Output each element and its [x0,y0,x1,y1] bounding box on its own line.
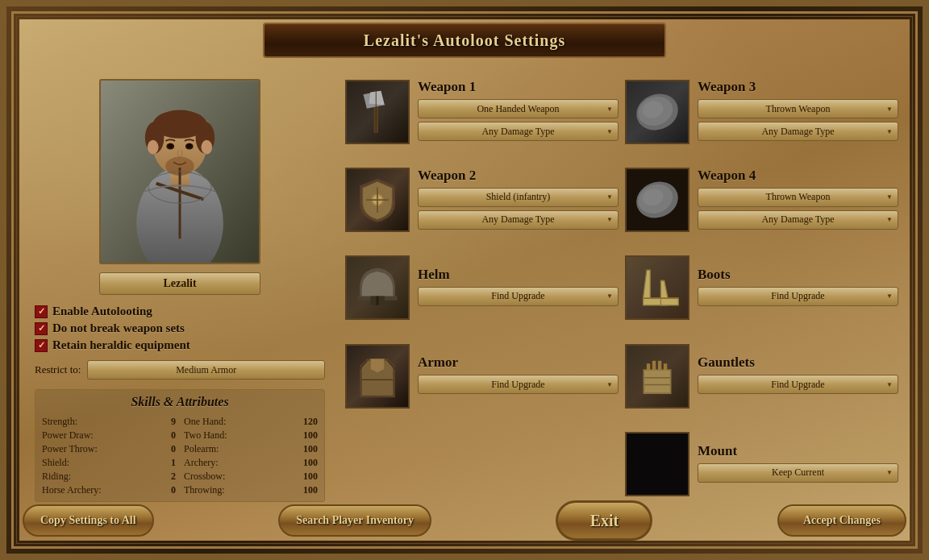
skill-row: Power Throw:0 [42,443,176,455]
equip-type-dropdown-weapon1[interactable]: One Handed Weapon [418,99,619,118]
equip-type-value-gauntlets: Find Upgrade [771,379,824,391]
accept-label: Accept Changes [803,514,881,527]
equip-image-weapon1 [345,80,410,144]
search-label: Search Player Inventory [296,514,414,527]
equip-title-mount: Mount [698,443,898,459]
skill-name: Power Draw: [42,429,94,442]
skill-value: 0 [152,484,176,496]
restrict-label: Restrict to: [35,363,81,376]
equip-type-dropdown-helm[interactable]: Find Upgrade [418,287,619,306]
skill-value: 100 [294,484,318,496]
equip-type-value-helm: Find Upgrade [491,290,544,302]
equip-slot-armor: ArmorFind Upgrade [345,335,619,417]
skill-row: Crossbow:100 [184,471,318,483]
equip-type-dropdown-weapon4[interactable]: Thrown Weapon [698,188,898,207]
equip-type-dropdown-mount[interactable]: Keep Current [698,463,898,483]
equip-type-dropdown-boots[interactable]: Find Upgrade [698,287,898,306]
equip-type-value-boots: Find Upgrade [771,290,824,302]
skill-value: 100 [294,471,318,483]
equip-image-helm [345,255,410,320]
equip-type-dropdown-weapon2[interactable]: Shield (infantry) [418,188,619,207]
skill-name: One Hand: [184,416,226,428]
equip-damage-value-weapon1: Any Damage Type [481,126,554,138]
equip-image-boots [625,255,689,320]
equip-type-dropdown-gauntlets[interactable]: Find Upgrade [698,375,898,394]
search-button[interactable]: Search Player Inventory [278,504,431,537]
equipment-panel: Weapon 1One Handed WeaponAny Damage Type… [337,71,906,505]
equip-damage-dropdown-weapon2[interactable]: Any Damage Type [418,210,619,230]
character-name-bar[interactable]: Lezalit [99,272,260,295]
skill-name: Strength: [42,416,77,428]
equip-damage-dropdown-weapon4[interactable]: Any Damage Type [698,210,898,230]
skills-grid: Strength:9One Hand:120Power Draw:0Two Ha… [42,416,318,496]
equip-image-weapon2 [345,168,410,232]
skill-name: Two Hand: [184,429,227,442]
svg-point-8 [201,140,212,155]
character-svg [101,81,259,263]
accept-button[interactable]: Accept Changes [777,504,906,537]
skill-value: 0 [152,443,176,455]
equip-image-weapon4 [625,168,689,232]
equip-info-helm: HelmFind Upgrade [418,267,619,309]
checkbox-autolooting[interactable]: Enable Autolooting [35,305,325,318]
checkboxes-container: Enable Autolooting Do not break weapon s… [35,305,325,352]
left-panel: Lezalit Enable Autolooting Do not break … [23,71,337,505]
character-portrait [99,79,260,264]
checkbox-label-heraldic: Retain heraldic equipment [52,338,190,352]
equip-type-dropdown-armor[interactable]: Find Upgrade [418,375,619,394]
equip-damage-dropdown-weapon3[interactable]: Any Damage Type [698,122,898,141]
equip-slot-boots: BootsFind Upgrade [625,247,898,329]
equip-title-boots: Boots [698,267,898,283]
equip-info-armor: ArmorFind Upgrade [418,355,619,397]
restrict-dropdown[interactable]: Medium Armor [87,360,325,380]
equip-title-weapon2: Weapon 2 [418,168,619,184]
equip-damage-value-weapon2: Any Damage Type [481,214,554,226]
equip-info-gauntlets: GauntletsFind Upgrade [698,355,898,397]
equip-info-weapon3: Weapon 3Thrown WeaponAny Damage Type [698,79,898,144]
equip-slot-weapon3: Weapon 3Thrown WeaponAny Damage Type [625,71,898,152]
equip-slot-weapon1: Weapon 1One Handed WeaponAny Damage Type [345,71,619,152]
equip-slot-helm: HelmFind Upgrade [345,247,619,329]
checkbox-weapon-sets[interactable]: Do not break weapon sets [35,321,325,335]
equip-title-helm: Helm [418,267,619,283]
equip-title-weapon4: Weapon 4 [698,168,898,184]
skill-name: Shield: [42,457,69,469]
equip-info-weapon4: Weapon 4Thrown WeaponAny Damage Type [698,168,898,233]
equip-type-value-mount: Keep Current [772,467,824,479]
skill-row: Riding:2 [42,471,176,483]
equip-title-weapon3: Weapon 3 [698,79,898,95]
bottom-bar: Copy Settings to All Search Player Inven… [23,500,906,541]
equip-title-gauntlets: Gauntlets [698,355,898,371]
skill-value: 9 [152,416,176,428]
skills-title: Skills & Attributes [42,395,318,409]
checkbox-label-autolooting: Enable Autolooting [52,305,152,318]
character-name: Lezalit [163,277,196,290]
equip-image-armor [345,344,410,409]
skill-value: 100 [294,443,318,455]
equip-image-weapon3 [625,80,689,144]
skill-row: Horse Archery:0 [42,484,176,496]
equip-type-value-weapon4: Thrown Weapon [766,191,831,203]
copy-label: Copy Settings to All [40,514,136,527]
equip-info-boots: BootsFind Upgrade [698,267,898,309]
svg-point-12 [187,143,192,148]
checkbox-heraldic[interactable]: Retain heraldic equipment [35,338,325,352]
equip-type-dropdown-weapon3[interactable]: Thrown Weapon [698,99,898,118]
copy-button[interactable]: Copy Settings to All [23,504,154,537]
skill-name: Archery: [184,457,219,469]
equip-damage-dropdown-weapon1[interactable]: Any Damage Type [418,122,619,141]
equip-type-value-weapon1: One Handed Weapon [477,103,559,115]
equip-slot-weapon2: Weapon 2Shield (infantry)Any Damage Type [345,159,619,240]
svg-marker-17 [369,90,385,105]
equip-info-weapon2: Weapon 2Shield (infantry)Any Damage Type [418,168,619,233]
skill-row: Polearm:100 [184,443,318,455]
equip-title-armor: Armor [418,355,619,371]
skill-value: 100 [294,457,318,469]
equip-slot-empty [345,424,619,505]
skill-row: Power Draw:0 [42,429,176,442]
skill-name: Power Throw: [42,443,98,455]
equip-image-mount [625,432,689,496]
exit-button[interactable]: Exit [556,500,652,541]
checkbox-icon-weapon-sets [35,322,48,335]
checkbox-icon-heraldic [35,339,48,352]
